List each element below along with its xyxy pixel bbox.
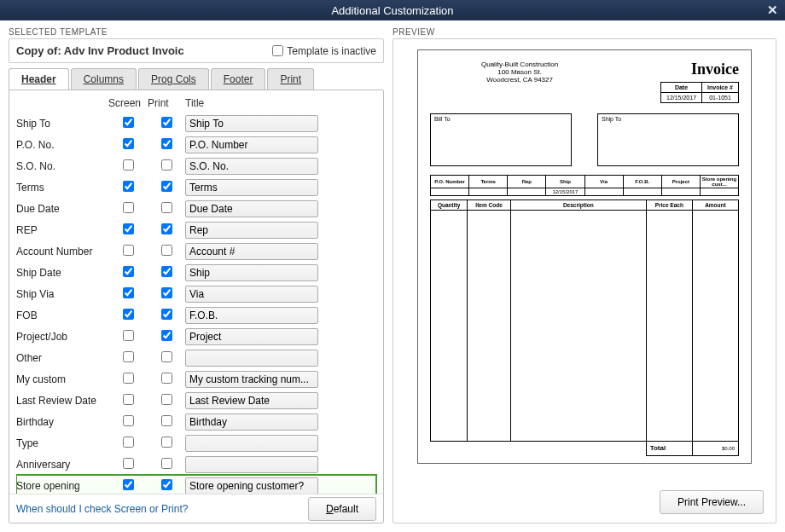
screen-checkbox[interactable] [123,437,134,448]
title-input[interactable] [185,264,318,281]
title-input[interactable] [185,200,318,217]
help-link[interactable]: When should I check Screen or Print? [16,503,188,515]
title-input[interactable] [185,243,318,260]
title-input[interactable] [185,222,318,239]
title-input[interactable] [185,286,318,303]
screen-checkbox[interactable] [123,458,134,469]
total-value: $0.00 [692,441,738,455]
field-row-fob: FOB [16,304,376,326]
screen-checkbox[interactable] [123,202,134,213]
screen-checkbox[interactable] [123,394,134,405]
company-name: Quality-Built Construction [481,61,558,68]
field-label: Ship Date [16,267,108,279]
title-input[interactable] [185,179,318,196]
screen-checkbox[interactable] [123,479,134,490]
tab-header[interactable]: Header [9,68,69,90]
field-label: REP [16,224,108,236]
field-label: Project/Job [16,331,108,343]
field-label: My custom [16,373,108,385]
print-checkbox[interactable] [161,458,172,469]
print-checkbox[interactable] [161,309,172,320]
print-checkbox[interactable] [161,351,172,362]
screen-checkbox[interactable] [123,415,134,426]
screen-checkbox[interactable] [123,330,134,341]
screen-checkbox[interactable] [123,181,134,192]
field-row-birthday: Birthday [16,411,376,432]
field-label: Due Date [16,203,108,215]
total-label: Total [646,441,692,455]
print-checkbox[interactable] [161,394,172,405]
tab-footer[interactable]: Footer [211,68,266,90]
print-checkbox[interactable] [161,479,172,490]
col-print: Print [148,97,185,109]
col-title: Title [185,97,322,109]
screen-checkbox[interactable] [123,351,134,362]
field-row-my-custom: My custom [16,368,376,390]
template-name: Copy of: Adv Inv Product Invoic [16,44,184,57]
tab-columns[interactable]: Columns [71,68,137,90]
print-checkbox[interactable] [161,138,172,149]
field-label: Ship To [16,118,108,130]
title-input[interactable] [185,136,318,153]
invoice-preview: Quality-Built Construction 100 Mason St.… [417,49,752,464]
field-row-other: Other [16,347,376,368]
field-row-type: Type [16,432,376,454]
print-checkbox[interactable] [161,159,172,171]
screen-checkbox[interactable] [123,309,134,320]
field-row-project-job: Project/Job [16,326,376,347]
template-inactive-checkbox[interactable]: Template is inactive [272,45,376,57]
title-input[interactable] [185,158,318,175]
print-checkbox[interactable] [161,117,172,128]
title-input[interactable] [185,307,318,324]
print-preview-button[interactable]: Print Preview... [660,490,764,514]
screen-checkbox[interactable] [123,245,134,256]
title-input[interactable] [185,371,318,388]
field-row-ship-via: Ship Via [16,283,376,304]
field-label: Birthday [16,416,108,428]
billto-box: Bill To [430,113,572,166]
print-checkbox[interactable] [161,415,172,426]
title-input[interactable] [185,477,318,494]
default-button[interactable]: Default [308,497,376,521]
screen-checkbox[interactable] [123,117,134,128]
field-label: Other [16,352,108,364]
shipto-box: Ship To [597,113,739,166]
close-icon[interactable]: ✕ [767,3,778,18]
title-input[interactable] [185,392,318,409]
field-row-ship-date: Ship Date [16,262,376,283]
screen-checkbox[interactable] [123,287,134,298]
title-input[interactable] [185,456,318,473]
print-checkbox[interactable] [161,245,172,256]
template-inactive-input[interactable] [272,45,283,56]
tab-bar: HeaderColumnsProg ColsFooterPrint [9,68,384,90]
title-input[interactable] [185,115,318,132]
field-row-due-date: Due Date [16,198,376,219]
tab-prog-cols[interactable]: Prog Cols [138,68,209,90]
title-input[interactable] [185,413,318,431]
field-label: Anniversary [16,459,108,471]
tab-print[interactable]: Print [267,68,314,90]
screen-checkbox[interactable] [123,373,134,384]
screen-checkbox[interactable] [123,266,134,277]
title-input[interactable] [185,350,318,367]
fields-scroll[interactable]: Screen Print Title Ship ToP.O. No.S.O. N… [16,95,380,496]
screen-checkbox[interactable] [123,159,134,171]
screen-checkbox[interactable] [123,138,134,149]
print-checkbox[interactable] [161,266,172,277]
preview-box: Quality-Built Construction 100 Mason St.… [392,38,776,523]
field-row-p-o-no-: P.O. No. [16,134,376,155]
print-checkbox[interactable] [161,330,172,341]
print-checkbox[interactable] [161,181,172,192]
print-checkbox[interactable] [161,202,172,213]
title-input[interactable] [185,328,318,345]
print-checkbox[interactable] [161,287,172,298]
company-addr1: 100 Mason St. [481,68,558,76]
header-tab-panel: Screen Print Title Ship ToP.O. No.S.O. N… [9,90,384,523]
field-row-account-number: Account Number [16,240,376,262]
print-checkbox[interactable] [161,223,172,234]
print-checkbox[interactable] [161,437,172,448]
print-checkbox[interactable] [161,373,172,384]
field-label: Terms [16,182,108,194]
title-input[interactable] [185,435,318,452]
screen-checkbox[interactable] [123,223,134,234]
